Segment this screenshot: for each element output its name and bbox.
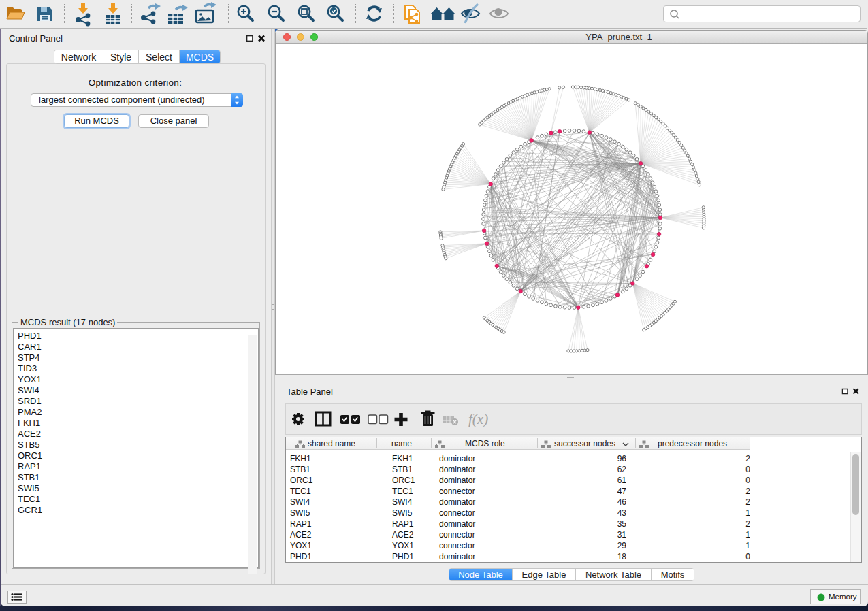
svg-text:f(x): f(x) bbox=[468, 411, 488, 427]
